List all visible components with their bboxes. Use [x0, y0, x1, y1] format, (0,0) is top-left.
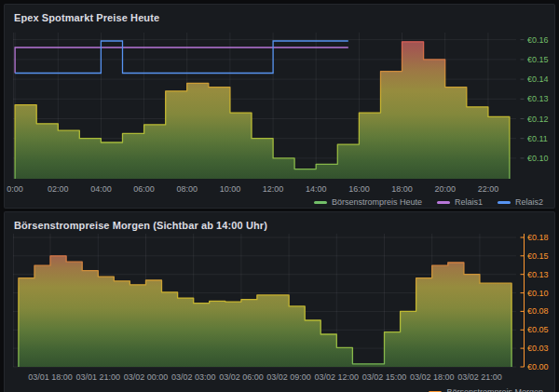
price-area [19, 256, 511, 367]
legend-label: Börsenstrompreis Heute [332, 197, 422, 207]
legend-label: Relais2 [515, 197, 543, 207]
legend-swatch-icon [437, 201, 450, 204]
y-axis-right: €0.16€0.15€0.14€0.13€0.12€0.11€0.10 [521, 35, 549, 163]
y-tick-label: €0.13 [527, 94, 549, 103]
x-tick-label: 03/01 21:00 [76, 372, 121, 382]
x-tick-label: 08:00 [176, 184, 198, 194]
y-tick-label: €0.12 [527, 115, 549, 124]
panel-title-heute[interactable]: Epex Spotmarkt Preise Heute [5, 5, 554, 30]
panel-epex-heute: Epex Spotmarkt Preise Heute €0.16€0.15€0… [4, 4, 555, 209]
panel-title-morgen[interactable]: Börsenstrompreise Morgen (Sichtbar ab 14… [5, 212, 554, 237]
x-tick-label: 0:00 [7, 184, 23, 194]
y-axis-right: €0.18€0.15€0.13€0.10€0.08€0.05€0.03€0.00 [521, 233, 549, 372]
panel-title-text: Börsenstrompreise Morgen (Sichtbar ab 14… [14, 220, 267, 231]
y-tick-label: €0.03 [527, 344, 549, 353]
x-tick-label: 03/02 06:00 [219, 372, 264, 382]
x-tick-label: 18:00 [391, 184, 413, 194]
relay-line-Relais1 [15, 47, 348, 74]
legend-heute: Börsenstrompreis HeuteRelais1Relais2 [5, 196, 554, 209]
legend-item-Börsenstrompreis Heute[interactable]: Börsenstrompreis Heute [314, 197, 422, 207]
x-tick-label: 03/02 18:00 [410, 372, 455, 382]
chart-canvas-morgen: €0.18€0.15€0.13€0.10€0.08€0.05€0.03€0.00… [5, 212, 555, 392]
legend-label: Relais1 [455, 197, 483, 207]
x-tick-label: 03/02 21:00 [457, 372, 502, 382]
x-tick-label: 03/02 09:00 [266, 372, 311, 382]
y-tick-label: €0.11 [527, 134, 548, 143]
legend-item-Relais2[interactable]: Relais2 [498, 197, 543, 207]
x-axis: 0:0002:0004:0006:0008:0010:0012:0014:001… [7, 184, 498, 194]
y-tick-label: €0.10 [527, 154, 549, 163]
price-area [15, 42, 510, 179]
y-tick-label: €0.08 [527, 306, 549, 316]
x-tick-label: 12:00 [263, 184, 284, 194]
legend-swatch-icon [314, 201, 327, 204]
legend-morgen: Börsenstrompreis Morgen [5, 385, 554, 392]
x-tick-label: 16:00 [348, 184, 370, 194]
relay-line-Relais2 [15, 41, 348, 74]
x-tick-label: 03/02 12:00 [315, 372, 360, 382]
legend-swatch-icon [498, 201, 511, 204]
chart-canvas-heute: €0.16€0.15€0.14€0.13€0.12€0.11€0.100:000… [5, 5, 555, 209]
x-tick-label: 03/01 18:00 [28, 372, 73, 382]
chart-heute[interactable]: €0.16€0.15€0.14€0.13€0.12€0.11€0.100:000… [5, 5, 555, 209]
panel-title-text: Epex Spotmarkt Preise Heute [14, 12, 159, 23]
x-tick-label: 20:00 [434, 184, 456, 194]
x-tick-label: 04:00 [90, 184, 112, 194]
x-tick-label: 10:00 [220, 184, 241, 194]
y-tick-label: €0.15 [527, 55, 549, 64]
x-tick-label: 03/02 00:00 [124, 372, 169, 382]
y-tick-label: €0.10 [527, 289, 549, 298]
x-tick-label: 02:00 [48, 184, 69, 194]
x-tick-label: 03/02 15:00 [362, 372, 407, 382]
grafana-dashboard: Epex Spotmarkt Preise Heute €0.16€0.15€0… [0, 0, 559, 392]
y-tick-label: €0.14 [527, 74, 549, 84]
x-tick-label: 14:00 [306, 184, 327, 194]
x-tick-label: 22:00 [478, 184, 499, 194]
x-tick-label: 06:00 [133, 184, 155, 194]
x-axis: 03/01 18:0003/01 21:0003/02 00:0003/02 0… [28, 372, 501, 382]
y-tick-label: €0.00 [527, 362, 549, 372]
legend-item-Börsenstrompreis Morgen[interactable]: Börsenstrompreis Morgen [429, 387, 543, 392]
y-tick-label: €0.13 [527, 270, 549, 279]
y-tick-label: €0.16 [527, 35, 549, 45]
legend-item-Relais1[interactable]: Relais1 [437, 197, 483, 207]
y-tick-label: €0.15 [527, 251, 549, 261]
legend-label: Börsenstrompreis Morgen [446, 387, 543, 392]
chart-morgen[interactable]: €0.18€0.15€0.13€0.10€0.08€0.05€0.03€0.00… [5, 212, 555, 392]
x-tick-label: 03/02 03:00 [171, 372, 216, 382]
y-tick-label: €0.05 [527, 325, 549, 334]
panel-boersenstrompreise-morgen: Börsenstrompreise Morgen (Sichtbar ab 14… [4, 211, 555, 392]
